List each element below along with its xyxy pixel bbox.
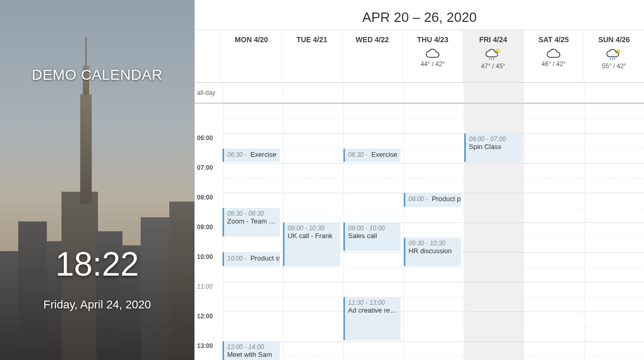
slot-sat-10[interactable] (524, 252, 584, 282)
event-wed-0[interactable]: 06:30 - Exercise (343, 148, 401, 163)
event-mon-2[interactable]: 10:00 - Product sync (222, 252, 280, 266)
day-header-label: MON 4/20 (221, 35, 281, 44)
event-time: 08:30 - 09:30 (227, 210, 277, 217)
slot-fri-7[interactable] (464, 163, 524, 193)
day-header-sun[interactable]: SUN 4/2655° / 42° (584, 30, 644, 82)
day-header-label: SUN 4/26 (584, 35, 644, 44)
event-time: 13:00 - 14:00 (227, 343, 277, 351)
slot-fri-10[interactable] (464, 252, 524, 282)
event-mon-3[interactable]: 13:00 - 14:00Meet with Sam (222, 341, 280, 360)
current-date: Friday, April 24, 2020 (0, 298, 194, 312)
slot-sun-13[interactable] (584, 341, 644, 360)
slot-fri-8[interactable] (464, 193, 524, 222)
event-time: 08:00 - (408, 195, 430, 203)
svg-line-4 (489, 58, 490, 60)
svg-line-10 (620, 49, 621, 50)
slot-wed-8[interactable] (343, 193, 403, 222)
slot-thu-6[interactable] (403, 133, 463, 163)
slot-mon-12[interactable] (223, 312, 283, 341)
event-time: 09:30 - 10:30 (408, 240, 458, 247)
slot-sat-6[interactable] (524, 133, 584, 163)
slot-sat-9[interactable] (524, 222, 584, 252)
event-thu-1[interactable]: 09:30 - 10:30HR discussion (404, 238, 461, 266)
event-wed-2[interactable]: 11:30 - 13:00Ad creative review (343, 297, 401, 341)
header-axis-spacer (195, 30, 221, 82)
slot-tue-12[interactable] (283, 312, 343, 341)
day-header-sat[interactable]: SAT 4/2546° / 42° (523, 30, 584, 82)
slot-sun-12[interactable] (584, 312, 644, 341)
event-time: 06:30 - (227, 151, 249, 158)
slot-sun-9[interactable] (584, 222, 644, 252)
slot-fri-5[interactable] (464, 104, 524, 133)
slot-fri-9[interactable] (464, 222, 524, 252)
slot-sat-8[interactable] (524, 193, 584, 222)
slot-sun-6[interactable] (584, 133, 644, 163)
slot-thu-12[interactable] (403, 312, 463, 341)
sidebar: DEMO CALENDAR 18:22 Friday, April 24, 20… (0, 0, 194, 360)
weather-fri: 47° / 45° (463, 48, 523, 70)
weather-hi: 44° (420, 60, 430, 68)
slot-fri-12[interactable] (464, 312, 524, 341)
slot-thu-11[interactable] (403, 282, 463, 312)
allday-cell-mon[interactable] (223, 83, 283, 103)
slot-sat-7[interactable] (524, 163, 584, 193)
event-mon-0[interactable]: 06:30 - Exercise (222, 148, 280, 163)
slot-tue-13[interactable] (283, 341, 343, 360)
time-grid[interactable]: 06:0007:0008:0009:0010:0011:0012:0013:00… (195, 104, 644, 360)
slot-fri-11[interactable] (464, 282, 524, 312)
event-tue-0[interactable]: 09:00 - 10:30UK call - Frank (283, 222, 340, 266)
day-header-label: WED 4/22 (342, 35, 402, 44)
day-header-label: SAT 4/25 (524, 35, 584, 44)
all-day-label: all-day (195, 83, 223, 103)
slot-tue-8[interactable] (283, 193, 343, 222)
slot-wed-13[interactable] (343, 341, 403, 360)
slot-sat-13[interactable] (524, 341, 584, 360)
slot-thu-5[interactable] (403, 104, 463, 133)
day-header-label: TUE 4/21 (282, 35, 342, 44)
event-fri-0[interactable]: 06:00 - 07:00Spin Class (464, 133, 522, 162)
slot-sun-8[interactable] (584, 193, 644, 222)
slot-sun-5[interactable] (584, 104, 644, 133)
slot-sun-10[interactable] (584, 252, 644, 282)
allday-cell-tue[interactable] (283, 83, 343, 103)
slot-thu-7[interactable] (403, 163, 463, 193)
day-header-wed[interactable]: WED 4/22 (342, 30, 402, 82)
allday-cell-thu[interactable] (403, 83, 463, 103)
slot-tue-6[interactable] (283, 133, 343, 163)
event-title: Product planning (432, 195, 461, 203)
allday-cell-sat[interactable] (524, 83, 584, 103)
event-wed-1[interactable]: 09:00 - 10:00Sales call (343, 222, 401, 251)
slot-thu-13[interactable] (403, 341, 463, 360)
allday-cell-fri[interactable] (464, 83, 524, 103)
slot-sat-11[interactable] (524, 282, 584, 312)
event-time: 11:30 - 13:00 (348, 299, 398, 306)
allday-cell-wed[interactable] (343, 83, 403, 103)
weather-lo: 42° (556, 60, 566, 68)
all-day-row: all-day (195, 83, 644, 104)
allday-cell-sun[interactable] (584, 83, 644, 103)
slot-tue-11[interactable] (283, 282, 343, 312)
svg-line-13 (614, 58, 615, 60)
weather-sat: 46° / 42° (524, 48, 584, 68)
slot-mon-7[interactable] (223, 163, 283, 193)
slot-wed-5[interactable] (343, 104, 403, 133)
slot-mon-5[interactable] (223, 104, 283, 133)
slot-mon-11[interactable] (223, 282, 283, 312)
event-mon-1[interactable]: 08:30 - 09:30Zoom - Team standup (222, 208, 280, 237)
slot-sat-12[interactable] (524, 312, 584, 341)
slot-wed-10[interactable] (343, 252, 403, 282)
day-header-thu[interactable]: THU 4/2344° / 42° (402, 30, 463, 82)
slot-wed-7[interactable] (343, 163, 403, 193)
day-header-fri[interactable]: FRI 4/2447° / 45° (463, 30, 523, 82)
event-title: Meet with Sam (227, 351, 277, 358)
slot-sat-5[interactable] (524, 104, 584, 133)
slot-tue-5[interactable] (283, 104, 343, 133)
day-header-tue[interactable]: TUE 4/21 (281, 30, 342, 82)
slot-sun-7[interactable] (584, 163, 644, 193)
slot-tue-7[interactable] (283, 163, 343, 193)
hour-label-5 (195, 104, 223, 133)
slot-fri-13[interactable] (464, 341, 524, 360)
event-thu-0[interactable]: 08:00 - Product planning (404, 193, 461, 207)
slot-sun-11[interactable] (584, 282, 644, 312)
day-header-mon[interactable]: MON 4/20 (221, 30, 281, 82)
